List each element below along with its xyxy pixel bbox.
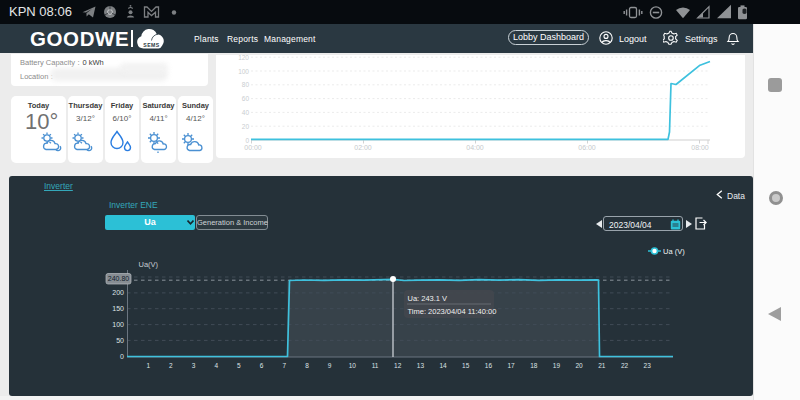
svg-text:11: 11 — [372, 362, 379, 369]
svg-text:Ua (V): Ua (V) — [663, 247, 685, 256]
svg-text:60: 60 — [242, 95, 250, 102]
svg-text:19: 19 — [553, 362, 561, 369]
svg-text:0: 0 — [245, 137, 249, 144]
svg-text:18: 18 — [530, 362, 538, 369]
svg-text:SEMS: SEMS — [143, 42, 159, 48]
svg-text:10: 10 — [349, 362, 357, 369]
svg-text:3: 3 — [192, 362, 196, 369]
svg-text:0: 0 — [120, 353, 124, 360]
svg-text:1: 1 — [146, 362, 150, 369]
svg-text:100: 100 — [112, 321, 124, 328]
svg-text:06:00: 06:00 — [578, 144, 596, 151]
svg-text:08:00: 08:00 — [691, 144, 709, 151]
svg-text:50: 50 — [116, 337, 124, 344]
svg-text:5: 5 — [237, 362, 241, 369]
svg-text:6: 6 — [260, 362, 264, 369]
svg-text:14: 14 — [439, 362, 447, 369]
svg-text:40: 40 — [242, 109, 250, 116]
svg-text:240.80: 240.80 — [108, 275, 130, 282]
svg-text:Time: 2023/04/04 11:40:00: Time: 2023/04/04 11:40:00 — [408, 307, 497, 316]
svg-text:120: 120 — [238, 55, 249, 61]
svg-text:80: 80 — [242, 81, 250, 88]
svg-text:16: 16 — [485, 362, 493, 369]
svg-text:17: 17 — [507, 362, 515, 369]
svg-text:04:00: 04:00 — [466, 144, 484, 151]
svg-text:2: 2 — [169, 362, 173, 369]
svg-text:200: 200 — [112, 289, 124, 296]
svg-text:20: 20 — [242, 123, 250, 130]
svg-text:4: 4 — [214, 362, 218, 369]
svg-text:22: 22 — [621, 362, 629, 369]
svg-text:Ua(V): Ua(V) — [139, 260, 159, 269]
svg-text:12: 12 — [394, 362, 402, 369]
svg-text:21: 21 — [598, 362, 606, 369]
svg-text:8: 8 — [305, 362, 309, 369]
svg-text:100: 100 — [238, 68, 249, 75]
svg-text:9: 9 — [328, 362, 332, 369]
svg-text:02:00: 02:00 — [354, 144, 372, 151]
svg-text:150: 150 — [112, 305, 124, 312]
svg-text:23: 23 — [644, 362, 652, 369]
svg-text:20: 20 — [575, 362, 583, 369]
svg-text:Ua: 243.1 V: Ua: 243.1 V — [408, 294, 448, 303]
svg-text:7: 7 — [282, 362, 286, 369]
svg-text:00:00: 00:00 — [244, 144, 262, 151]
svg-text:13: 13 — [417, 362, 425, 369]
svg-text:15: 15 — [462, 362, 470, 369]
